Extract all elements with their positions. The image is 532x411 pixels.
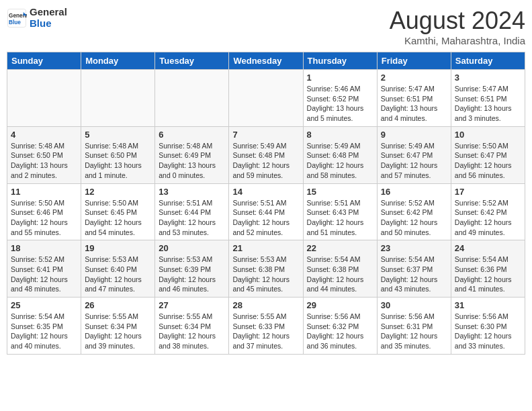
calendar-cell: 31Sunrise: 5:56 AMSunset: 6:30 PMDayligh… [451, 298, 525, 355]
logo: General Blue General Blue [7, 7, 67, 29]
calendar-cell: 9Sunrise: 5:49 AMSunset: 6:47 PMDaylight… [377, 126, 451, 183]
day-number: 31 [455, 300, 521, 310]
day-number: 17 [455, 187, 521, 197]
calendar-cell: 12Sunrise: 5:50 AMSunset: 6:45 PMDayligh… [81, 183, 155, 240]
calendar-cell: 10Sunrise: 5:50 AMSunset: 6:47 PMDayligh… [451, 126, 525, 183]
day-info: Sunrise: 5:55 AMSunset: 6:34 PMDaylight:… [85, 312, 151, 351]
calendar-cell: 27Sunrise: 5:55 AMSunset: 6:34 PMDayligh… [155, 298, 229, 355]
calendar-cell: 17Sunrise: 5:52 AMSunset: 6:42 PMDayligh… [451, 183, 525, 240]
calendar-cell: 5Sunrise: 5:48 AMSunset: 6:50 PMDaylight… [81, 126, 155, 183]
day-info: Sunrise: 5:53 AMSunset: 6:40 PMDaylight:… [85, 255, 151, 294]
calendar-cell: 15Sunrise: 5:51 AMSunset: 6:43 PMDayligh… [303, 183, 377, 240]
calendar-cell [81, 70, 155, 127]
weekday-header-wednesday: Wednesday [229, 52, 303, 70]
day-info: Sunrise: 5:54 AMSunset: 6:37 PMDaylight:… [381, 255, 447, 294]
day-info: Sunrise: 5:51 AMSunset: 6:44 PMDaylight:… [232, 198, 299, 238]
calendar-cell: 3Sunrise: 5:47 AMSunset: 6:51 PMDaylight… [451, 70, 525, 127]
logo-text-block: General Blue [30, 7, 67, 29]
day-info: Sunrise: 5:50 AMSunset: 6:45 PMDaylight:… [85, 198, 151, 238]
day-number: 27 [159, 300, 225, 310]
day-info: Sunrise: 5:56 AMSunset: 6:32 PMDaylight:… [307, 312, 373, 351]
calendar-cell: 2Sunrise: 5:47 AMSunset: 6:51 PMDaylight… [377, 70, 451, 127]
calendar-cell: 30Sunrise: 5:56 AMSunset: 6:31 PMDayligh… [377, 298, 451, 355]
calendar-cell: 11Sunrise: 5:50 AMSunset: 6:46 PMDayligh… [7, 183, 81, 240]
day-number: 7 [232, 130, 299, 140]
calendar-week-row: 11Sunrise: 5:50 AMSunset: 6:46 PMDayligh… [7, 183, 525, 240]
day-info: Sunrise: 5:54 AMSunset: 6:38 PMDaylight:… [307, 255, 373, 294]
day-number: 21 [232, 243, 299, 253]
calendar-cell: 1Sunrise: 5:46 AMSunset: 6:52 PMDaylight… [303, 70, 377, 127]
day-number: 2 [381, 73, 447, 83]
day-number: 25 [11, 300, 77, 310]
calendar-cell [155, 70, 229, 127]
day-info: Sunrise: 5:55 AMSunset: 6:34 PMDaylight:… [159, 312, 225, 351]
calendar-cell: 25Sunrise: 5:54 AMSunset: 6:35 PMDayligh… [7, 298, 81, 355]
day-number: 8 [307, 130, 373, 140]
calendar-week-row: 18Sunrise: 5:52 AMSunset: 6:41 PMDayligh… [7, 240, 525, 298]
day-number: 9 [381, 130, 447, 140]
day-info: Sunrise: 5:52 AMSunset: 6:41 PMDaylight:… [11, 255, 77, 294]
day-info: Sunrise: 5:52 AMSunset: 6:42 PMDaylight:… [455, 198, 521, 238]
calendar-cell: 20Sunrise: 5:53 AMSunset: 6:39 PMDayligh… [155, 240, 229, 298]
day-info: Sunrise: 5:49 AMSunset: 6:47 PMDaylight:… [381, 141, 447, 181]
day-number: 20 [159, 243, 225, 253]
day-number: 28 [232, 300, 299, 310]
day-info: Sunrise: 5:47 AMSunset: 6:51 PMDaylight:… [381, 84, 447, 124]
day-number: 23 [381, 243, 447, 253]
day-info: Sunrise: 5:50 AMSunset: 6:46 PMDaylight:… [11, 198, 77, 238]
day-info: Sunrise: 5:53 AMSunset: 6:39 PMDaylight:… [159, 255, 225, 294]
calendar-cell: 16Sunrise: 5:52 AMSunset: 6:42 PMDayligh… [377, 183, 451, 240]
day-number: 18 [11, 243, 77, 253]
day-number: 24 [455, 243, 521, 253]
day-info: Sunrise: 5:50 AMSunset: 6:47 PMDaylight:… [455, 141, 521, 181]
day-info: Sunrise: 5:56 AMSunset: 6:31 PMDaylight:… [381, 312, 447, 351]
day-number: 6 [159, 130, 225, 140]
day-info: Sunrise: 5:52 AMSunset: 6:42 PMDaylight:… [381, 198, 447, 238]
calendar-cell: 6Sunrise: 5:48 AMSunset: 6:49 PMDaylight… [155, 126, 229, 183]
day-number: 4 [11, 130, 77, 140]
day-info: Sunrise: 5:48 AMSunset: 6:50 PMDaylight:… [11, 141, 77, 181]
day-number: 13 [159, 187, 225, 197]
weekday-header-row: SundayMondayTuesdayWednesdayThursdayFrid… [7, 52, 525, 70]
day-number: 29 [307, 300, 373, 310]
calendar-table: SundayMondayTuesdayWednesdayThursdayFrid… [7, 52, 525, 355]
day-number: 3 [455, 73, 521, 83]
title-block: August 2024 Kamthi, Maharashtra, India [390, 7, 525, 46]
day-info: Sunrise: 5:48 AMSunset: 6:50 PMDaylight:… [85, 141, 151, 181]
calendar-cell: 13Sunrise: 5:51 AMSunset: 6:44 PMDayligh… [155, 183, 229, 240]
day-info: Sunrise: 5:48 AMSunset: 6:49 PMDaylight:… [159, 141, 225, 181]
calendar-cell: 8Sunrise: 5:49 AMSunset: 6:48 PMDaylight… [303, 126, 377, 183]
calendar-cell: 19Sunrise: 5:53 AMSunset: 6:40 PMDayligh… [81, 240, 155, 298]
calendar-cell: 7Sunrise: 5:49 AMSunset: 6:48 PMDaylight… [229, 126, 303, 183]
logo-icon: General Blue [7, 8, 27, 28]
day-number: 10 [455, 130, 521, 140]
calendar-cell: 29Sunrise: 5:56 AMSunset: 6:32 PMDayligh… [303, 298, 377, 355]
day-number: 1 [307, 73, 373, 83]
calendar-cell: 28Sunrise: 5:55 AMSunset: 6:33 PMDayligh… [229, 298, 303, 355]
day-number: 22 [307, 243, 373, 253]
month-title: August 2024 [390, 7, 525, 35]
day-number: 11 [11, 187, 77, 197]
day-number: 5 [85, 130, 151, 140]
calendar-cell: 24Sunrise: 5:54 AMSunset: 6:36 PMDayligh… [451, 240, 525, 298]
calendar-week-row: 1Sunrise: 5:46 AMSunset: 6:52 PMDaylight… [7, 70, 525, 127]
weekday-header-tuesday: Tuesday [155, 52, 229, 70]
calendar-cell: 21Sunrise: 5:53 AMSunset: 6:38 PMDayligh… [229, 240, 303, 298]
calendar-cell: 4Sunrise: 5:48 AMSunset: 6:50 PMDaylight… [7, 126, 81, 183]
day-number: 14 [232, 187, 299, 197]
day-info: Sunrise: 5:49 AMSunset: 6:48 PMDaylight:… [307, 141, 373, 181]
calendar-week-row: 4Sunrise: 5:48 AMSunset: 6:50 PMDaylight… [7, 126, 525, 183]
day-info: Sunrise: 5:54 AMSunset: 6:35 PMDaylight:… [11, 312, 77, 351]
calendar-cell [229, 70, 303, 127]
calendar-week-row: 25Sunrise: 5:54 AMSunset: 6:35 PMDayligh… [7, 298, 525, 355]
day-info: Sunrise: 5:46 AMSunset: 6:52 PMDaylight:… [307, 84, 373, 124]
logo-general: General [30, 7, 67, 18]
day-info: Sunrise: 5:49 AMSunset: 6:48 PMDaylight:… [232, 141, 299, 181]
logo-blue: Blue [30, 18, 67, 30]
calendar-cell [7, 70, 81, 127]
day-info: Sunrise: 5:53 AMSunset: 6:38 PMDaylight:… [232, 255, 299, 294]
calendar-cell: 26Sunrise: 5:55 AMSunset: 6:34 PMDayligh… [81, 298, 155, 355]
day-number: 15 [307, 187, 373, 197]
calendar-cell: 23Sunrise: 5:54 AMSunset: 6:37 PMDayligh… [377, 240, 451, 298]
day-info: Sunrise: 5:55 AMSunset: 6:33 PMDaylight:… [232, 312, 299, 351]
